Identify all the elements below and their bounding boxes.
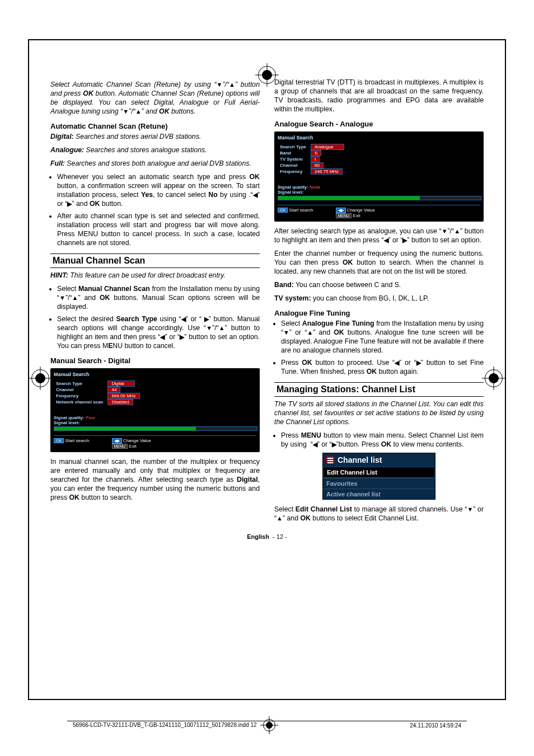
source-filename: 56966-LCD-TV-32111-DVB_T-GB-1241110_1007… — [73, 722, 257, 728]
footer-metadata: 56966-LCD-TV-32111-DVB_T-GB-1241110_1007… — [73, 719, 461, 731]
up-arrow-icon: ▲ — [219, 324, 225, 332]
list-item: Select Manual Channel Scan from the Inst… — [57, 285, 260, 312]
up-arrow-icon: ▲ — [135, 107, 142, 115]
heading-channel-list: Managing Stations: Channel List — [274, 382, 484, 397]
channel-list-item-selected[interactable]: Edit Channel List — [323, 467, 435, 478]
right-arrow-icon: ▶ — [332, 440, 336, 448]
channel-list-item[interactable]: Active channel list — [323, 489, 435, 499]
osd-screenshot-digital: Manual Search Search TypeDigital Channel… — [50, 368, 260, 452]
paragraph: Select Edit Channel List to manage all s… — [274, 505, 484, 523]
text: Select Automatic Channel Scan (Retune) b… — [50, 81, 217, 88]
left-arrow-icon: ◀ — [395, 359, 399, 367]
up-arrow-icon: ▲ — [307, 328, 313, 336]
left-arrow-icon: ◀ — [313, 440, 317, 448]
crop-mark — [28, 699, 506, 700]
left-arrow-icon: ◀ — [160, 333, 165, 341]
list-item: Select Analogue Fine Tuning from the Ins… — [281, 320, 484, 355]
def-digital: Digital: Searches and stores aerial DVB … — [50, 133, 260, 142]
up-arrow-icon: ▲ — [72, 294, 78, 302]
fine-tuning-bullets: Select Analogue Fine Tuning from the Ins… — [274, 320, 484, 377]
heading-fine-tuning: Analogue Fine Tuning — [274, 309, 484, 317]
def-analogue: Analogue: Searches and stores analogue s… — [50, 146, 260, 155]
osd-fields: Search TypeAnalogue BandS TV SystemI Cha… — [278, 144, 346, 175]
down-arrow-icon: ▼ — [123, 107, 129, 115]
right-arrow-icon: ▶ — [204, 315, 209, 323]
up-arrow-icon: ▲ — [277, 514, 283, 522]
intro-paragraph: Select Automatic Channel Scan (Retune) b… — [50, 81, 260, 116]
down-arrow-icon: ▼ — [59, 294, 65, 302]
paragraph: Band: You can choose between C and S. — [274, 281, 484, 290]
label: Analogue: — [50, 146, 84, 154]
list-icon — [326, 457, 334, 463]
up-arrow-icon: ▲ — [454, 227, 460, 235]
registration-mark-icon — [258, 66, 276, 84]
signal-bar — [54, 426, 257, 431]
text: Searches and stores both analogue and ae… — [65, 159, 251, 167]
left-arrow-icon: ◀ — [181, 315, 186, 323]
heading-auto-scan: Automatic Channel Scan (Retune) — [50, 122, 260, 130]
def-full: Full: Searches and stores both analogue … — [50, 159, 260, 168]
hint: HINT: This feature can be used for direc… — [50, 271, 260, 280]
osd-fields: Search TypeDigital Channel44 Frequency66… — [54, 381, 142, 405]
channel-list-header: Channel list — [323, 453, 435, 467]
channel-list-widget: Channel list Edit Channel List Favourite… — [322, 453, 435, 500]
signal-bar — [278, 196, 481, 200]
right-arrow-icon: ▶ — [402, 236, 407, 244]
text: ” and — [142, 107, 159, 115]
right-arrow-icon: ▶ — [416, 359, 421, 367]
registration-mark-icon — [31, 369, 49, 387]
manual-scan-bullets: Select Manual Channel Scan from the Inst… — [50, 285, 260, 351]
right-arrow-icon: ▶ — [67, 200, 72, 208]
heading-analogue-search: Analogue Search - Analogue — [274, 120, 484, 128]
paragraph: After selecting search type as analogue,… — [274, 227, 484, 245]
page-body: Select Automatic Channel Scan (Retune) b… — [50, 78, 484, 523]
up-arrow-icon: ▲ — [229, 81, 235, 88]
left-arrow-icon: ◀ — [384, 236, 388, 244]
list-item: Select the desired Search Type using “◀”… — [57, 315, 260, 351]
label: Full: — [50, 159, 65, 167]
channel-list-bullets: Press MENU button to view main menu. Sel… — [274, 431, 484, 449]
down-arrow-icon: ▼ — [467, 505, 473, 513]
registration-mark-icon — [263, 719, 275, 731]
text: Searches and stores aerial DVB stations. — [74, 133, 202, 140]
text: Searches and stores analogue stations. — [84, 146, 207, 154]
paragraph: Digital terrestrial TV (DTT) is broadcas… — [274, 78, 484, 114]
text: OK — [159, 107, 169, 115]
page-number: English - 12 - — [50, 533, 484, 540]
osd-screenshot-analogue: Manual Search Search TypeAnalogue BandS … — [274, 132, 484, 222]
down-arrow-icon: ▼ — [283, 328, 289, 336]
channel-list-intro: The TV sorts all stored stations in the … — [274, 400, 484, 427]
channel-list-item[interactable]: Favourites — [323, 478, 435, 489]
text: ”/“ — [129, 107, 135, 115]
paragraph: TV system: you can choose from BG, I, DK… — [274, 294, 484, 303]
heading-manual-scan: Manual Channel Scan — [50, 253, 260, 268]
osd-title: Manual Search — [278, 135, 480, 140]
down-arrow-icon: ▼ — [442, 227, 448, 235]
paragraph: Enter the channel number or frequency us… — [274, 250, 484, 276]
left-arrow-icon: ◀ — [253, 191, 257, 199]
down-arrow-icon: ▼ — [217, 81, 223, 88]
down-arrow-icon: ▼ — [206, 324, 212, 332]
osd-title: Manual Search — [54, 372, 256, 377]
list-item: Press OK button to proceed. Use “◀” or “… — [281, 359, 484, 377]
heading-manual-digital: Manual Search - Digital — [50, 356, 260, 365]
auto-scan-bullets: Whenever you select an automatic search … — [50, 173, 260, 248]
text: ”/“ — [223, 81, 229, 88]
text: OK — [83, 90, 93, 97]
paragraph: In manual channel scan, the number of th… — [50, 458, 260, 503]
registration-mark-icon — [485, 369, 503, 387]
label: Digital: — [50, 133, 74, 140]
list-item: Whenever you select an automatic search … — [57, 173, 260, 209]
text: buttons. — [170, 107, 196, 115]
channel-list-title: Channel list — [338, 456, 382, 464]
print-timestamp: 24.11.2010 14:59:24 — [410, 722, 461, 729]
list-item: After auto channel scan type is set and … — [57, 212, 260, 248]
list-item: Press MENU button to view main menu. Sel… — [281, 431, 484, 449]
right-arrow-icon: ▶ — [180, 333, 184, 341]
